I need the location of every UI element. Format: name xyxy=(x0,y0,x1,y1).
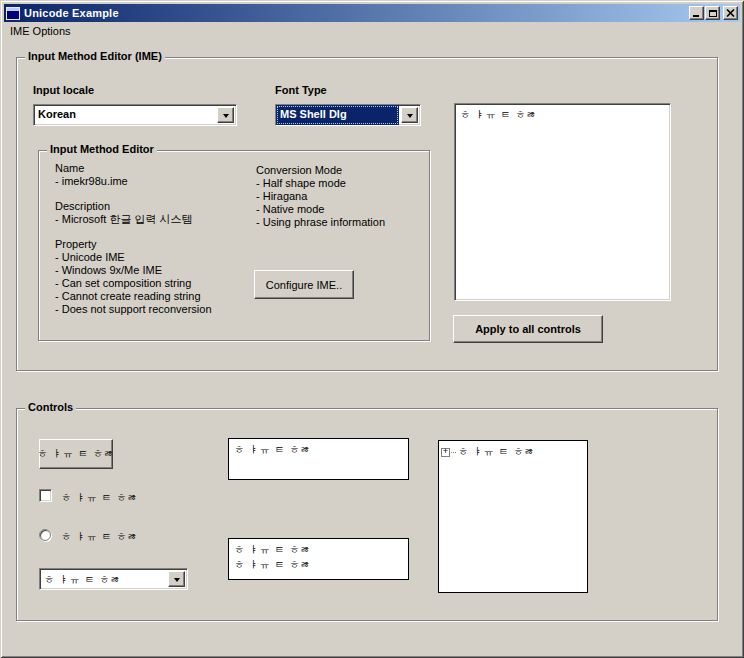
menu-ime-options[interactable]: IME Options xyxy=(4,23,77,40)
input-locale-combobox[interactable]: Korean xyxy=(33,104,237,126)
ime-description-value: - Microsoft 한글 입력 시스템 xyxy=(55,213,212,226)
ime-property-item: - Does not support reconversion xyxy=(55,303,212,316)
ime-property-item: - Cannot create reading string xyxy=(55,290,212,303)
sample-edit-single[interactable]: ㅎ ㅑㅠ ㅌ ㅎㅀ xyxy=(228,438,409,480)
ime-description-label: Description xyxy=(55,200,212,213)
font-type-value: MS Shell Dlg xyxy=(276,105,399,125)
close-icon xyxy=(726,9,735,17)
sample-edit-line: ㅎ ㅑㅠ ㅌ ㅎㅀ xyxy=(234,557,403,572)
ime-property-item: - Windows 9x/Me IME xyxy=(55,264,212,277)
input-locale-label: Input locale xyxy=(33,84,94,96)
maximize-button[interactable] xyxy=(705,6,720,20)
chevron-down-icon xyxy=(223,114,229,121)
controls-groupbox-legend: Controls xyxy=(25,401,76,413)
minimize-icon xyxy=(693,15,699,17)
conversion-mode-item: - Hiragana xyxy=(256,190,385,203)
conversion-mode-item: - Native mode xyxy=(256,203,385,216)
sample-checkbox[interactable] xyxy=(39,489,52,502)
tree-root-label: ㅎ ㅑㅠ ㅌ ㅎㅀ xyxy=(458,445,535,459)
sample-edit-multiline[interactable]: ㅎ ㅑㅠ ㅌ ㅎㅀ ㅎ ㅑㅠ ㅌ ㅎㅀ xyxy=(228,538,409,580)
ime-property-item: - Unicode IME xyxy=(55,251,212,264)
sample-combobox-dropdown-button[interactable] xyxy=(168,571,185,587)
ime-name-value: - imekr98u.ime xyxy=(55,175,212,188)
sample-combobox-value: ㅎ ㅑㅠ ㅌ ㅎㅀ xyxy=(40,569,187,589)
window-unicode-example: Unicode Example IME Options Input Method… xyxy=(0,0,744,658)
sample-combobox[interactable]: ㅎ ㅑㅠ ㅌ ㅎㅀ xyxy=(39,568,188,590)
ime-property-label: Property xyxy=(55,238,212,251)
titlebar[interactable]: Unicode Example xyxy=(4,4,740,22)
configure-ime-button[interactable]: Configure IME.. xyxy=(254,270,354,299)
conversion-mode-label: Conversion Mode xyxy=(256,164,385,177)
input-locale-dropdown-button[interactable] xyxy=(217,107,234,123)
tree-connector xyxy=(451,452,456,453)
conversion-mode-column: Conversion Mode - Half shape mode - Hira… xyxy=(256,164,385,229)
ime-name-label: Name xyxy=(55,162,212,175)
sample-button[interactable]: ㅎ ㅑㅠ ㅌ ㅎㅀ xyxy=(39,439,113,469)
sample-treeview[interactable]: + ㅎ ㅑㅠ ㅌ ㅎㅀ xyxy=(438,440,588,593)
window-controls xyxy=(688,6,738,20)
application-icon-detail xyxy=(7,8,19,11)
maximize-icon xyxy=(709,10,717,17)
minimize-button[interactable] xyxy=(689,6,704,20)
conversion-mode-item: - Using phrase information xyxy=(256,216,385,229)
sample-edit-line: ㅎ ㅑㅠ ㅌ ㅎㅀ xyxy=(234,542,403,557)
sample-radio-label[interactable]: ㅎ ㅑㅠ ㅌ ㅎㅀ xyxy=(61,530,138,544)
menubar: IME Options xyxy=(4,22,740,40)
font-type-label: Font Type xyxy=(275,84,327,96)
ime-property-item: - Can set composition string xyxy=(55,277,212,290)
chevron-down-icon xyxy=(174,578,180,585)
sample-checkbox-label[interactable]: ㅎ ㅑㅠ ㅌ ㅎㅀ xyxy=(61,491,138,505)
apply-to-all-controls-button[interactable]: Apply to all controls xyxy=(453,315,603,343)
ime-info-groupbox: Input Method Editor Name - imekr98u.ime … xyxy=(38,150,430,341)
conversion-mode-item: - Half shape mode xyxy=(256,177,385,190)
close-button[interactable] xyxy=(723,6,738,20)
ime-info-left-column: Name - imekr98u.ime Description - Micros… xyxy=(55,162,212,328)
expand-plus-icon[interactable]: + xyxy=(441,448,450,457)
window-title: Unicode Example xyxy=(24,7,119,19)
font-type-combobox[interactable]: MS Shell Dlg xyxy=(275,104,421,126)
ime-info-legend: Input Method Editor xyxy=(47,143,157,155)
sample-edit-single-text: ㅎ ㅑㅠ ㅌ ㅎㅀ xyxy=(234,444,311,455)
font-type-dropdown-button[interactable] xyxy=(401,107,418,123)
sample-radio[interactable] xyxy=(39,529,51,541)
ime-groupbox-legend: Input Method Editor (IME) xyxy=(25,50,165,62)
application-icon[interactable] xyxy=(6,7,20,20)
ime-preview-textarea[interactable]: ㅎ ㅑㅠ ㅌ ㅎㅀ xyxy=(454,103,671,301)
ime-preview-text: ㅎ ㅑㅠ ㅌ ㅎㅀ xyxy=(460,109,537,120)
tree-root-node[interactable]: + ㅎ ㅑㅠ ㅌ ㅎㅀ xyxy=(439,441,587,463)
input-locale-value: Korean xyxy=(34,105,236,125)
chevron-down-icon xyxy=(407,114,413,121)
